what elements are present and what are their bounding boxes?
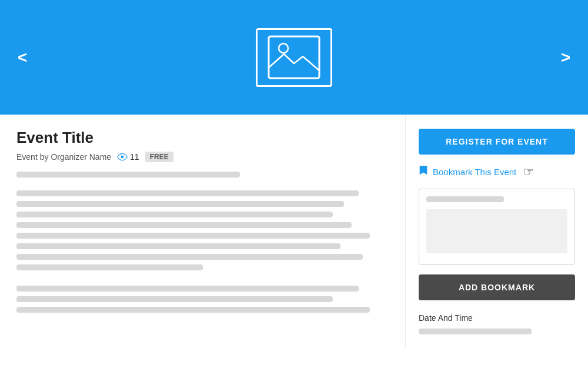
free-badge: FREE <box>145 152 173 162</box>
date-skeleton <box>419 329 532 334</box>
view-count-icon: 11 <box>117 152 139 162</box>
skeleton-line <box>16 233 370 239</box>
hero-image <box>256 28 332 87</box>
skeleton-line <box>16 296 333 302</box>
date-time-label: Date And Time <box>419 313 575 323</box>
skeleton-line <box>16 254 363 260</box>
svg-point-2 <box>121 156 124 159</box>
skeleton-line <box>16 190 359 196</box>
note-skeleton <box>426 196 504 202</box>
date-time-section: Date And Time <box>419 313 575 334</box>
event-organizer: Event by Organizer Name <box>16 152 111 162</box>
svg-rect-0 <box>269 36 319 78</box>
skeleton-line <box>16 264 203 270</box>
skeleton-line <box>16 307 370 313</box>
event-meta: Event by Organizer Name 11 FREE <box>16 152 389 162</box>
next-button[interactable]: > <box>555 43 576 72</box>
right-panel: REGISTER FOR EVENT Bookmark This Event ☞… <box>406 115 588 349</box>
bookmark-row[interactable]: Bookmark This Event ☞ <box>419 165 575 178</box>
svg-point-1 <box>279 43 288 53</box>
skeleton-line <box>16 212 333 217</box>
skeleton-line <box>16 286 359 292</box>
bookmark-icon <box>419 165 428 178</box>
event-title: Event Title <box>16 129 389 147</box>
skeleton-block <box>16 190 389 270</box>
register-button[interactable]: REGISTER FOR EVENT <box>419 129 575 155</box>
skeleton-line <box>16 243 340 249</box>
bookmark-note-area <box>419 189 575 265</box>
prev-button[interactable]: < <box>12 43 33 72</box>
add-bookmark-button[interactable]: ADD BOOKMARK <box>419 274 575 300</box>
skeleton-line <box>16 222 352 228</box>
view-count: 11 <box>130 152 139 162</box>
note-body <box>426 209 567 253</box>
skeleton-line <box>16 201 344 207</box>
skeleton-line <box>16 172 240 177</box>
skeleton-block-2 <box>16 286 389 313</box>
hero-banner: < > <box>0 0 588 115</box>
cursor-icon: ☞ <box>523 166 534 177</box>
left-panel: Event Title Event by Organizer Name 11 F… <box>0 115 406 349</box>
bookmark-label: Bookmark This Event <box>433 167 516 177</box>
main-content: Event Title Event by Organizer Name 11 F… <box>0 115 588 349</box>
